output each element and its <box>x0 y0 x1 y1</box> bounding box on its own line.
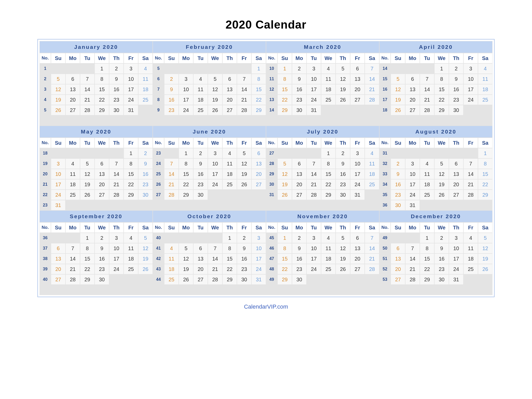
day-cell: 1 <box>124 148 138 158</box>
day-cell: 31 <box>51 200 65 210</box>
day-cell: 29 <box>179 190 193 200</box>
day-cell: 25 <box>65 190 80 200</box>
day-cell: 19 <box>336 84 350 95</box>
empty-cell <box>478 115 493 126</box>
empty-cell <box>251 200 266 210</box>
dow-header: Th <box>109 53 124 63</box>
day-cell: 20 <box>350 254 365 264</box>
dow-header: Tu <box>80 138 95 148</box>
empty-cell <box>321 274 336 285</box>
empty-cell <box>208 115 222 126</box>
empty-cell <box>391 233 405 243</box>
month: December 2020No.SuMoTuWeThFrSa4912345506… <box>379 210 493 295</box>
empty-cell <box>179 63 193 74</box>
day-cell: 13 <box>449 169 463 179</box>
day-cell: 16 <box>449 84 463 95</box>
day-cell: 10 <box>307 74 321 84</box>
week-number: 21 <box>39 179 51 190</box>
day-cell: 22 <box>478 179 493 190</box>
day-cell: 27 <box>449 190 463 200</box>
empty-cell <box>266 115 277 126</box>
week-number: 14 <box>266 105 277 115</box>
month-header: February 2020 <box>153 41 266 53</box>
empty-cell <box>379 115 391 126</box>
day-cell: 17 <box>251 254 266 264</box>
day-cell: 18 <box>65 179 80 190</box>
dow-header: Sa <box>478 222 493 233</box>
day-cell: 11 <box>420 169 434 179</box>
day-cell: 8 <box>277 74 292 84</box>
dow-header: Fr <box>350 138 365 148</box>
day-cell: 10 <box>208 158 222 169</box>
day-cell: 12 <box>179 254 193 264</box>
month-header: October 2020 <box>153 210 266 222</box>
day-cell: 13 <box>391 254 405 264</box>
dow-header: Th <box>109 138 124 148</box>
week-number: 34 <box>379 179 391 190</box>
empty-cell <box>80 63 95 74</box>
empty-cell <box>164 233 179 243</box>
dow-header: Tu <box>307 222 321 233</box>
day-cell: 6 <box>65 74 80 84</box>
dow-header: Mo <box>292 222 307 233</box>
day-cell: 23 <box>109 95 124 105</box>
day-cell: 14 <box>65 254 80 264</box>
day-cell: 18 <box>365 169 379 179</box>
dow-header: We <box>95 222 109 233</box>
day-cell: 20 <box>350 84 365 95</box>
dow-header: Mo <box>405 222 420 233</box>
day-cell: 14 <box>109 169 124 179</box>
day-cell: 21 <box>463 179 478 190</box>
day-cell: 29 <box>124 190 138 200</box>
empty-cell <box>193 63 208 74</box>
day-cell: 3 <box>405 158 420 169</box>
day-cell: 27 <box>51 274 65 285</box>
empty-cell <box>405 115 420 126</box>
day-cell: 1 <box>80 233 95 243</box>
day-cell: 24 <box>179 105 193 115</box>
day-cell: 24 <box>463 95 478 105</box>
weekno-header: No. <box>266 222 277 233</box>
empty-cell <box>277 115 292 126</box>
day-cell: 14 <box>365 243 379 254</box>
empty-cell <box>138 274 153 285</box>
empty-cell <box>336 115 350 126</box>
day-cell: 12 <box>138 243 153 254</box>
empty-cell <box>405 63 420 74</box>
empty-cell <box>420 200 434 210</box>
day-cell: 4 <box>164 243 179 254</box>
dow-header: Tu <box>193 53 208 63</box>
week-number: 27 <box>153 190 164 200</box>
day-cell: 1 <box>277 63 292 74</box>
empty-cell <box>124 200 138 210</box>
day-cell: 17 <box>179 95 193 105</box>
day-cell: 25 <box>463 264 478 274</box>
empty-cell <box>65 285 80 295</box>
day-cell: 5 <box>80 158 95 169</box>
day-cell: 28 <box>208 274 222 285</box>
day-cell: 8 <box>251 74 266 84</box>
day-cell: 24 <box>307 95 321 105</box>
day-cell: 25 <box>478 95 493 105</box>
day-cell: 17 <box>350 169 365 179</box>
week-number: 5 <box>39 105 51 115</box>
dow-header: Tu <box>80 53 95 63</box>
day-cell: 2 <box>292 63 307 74</box>
empty-cell <box>153 115 164 126</box>
calendar-grid: January 2020No.SuMoTuWeThFrSa11234256789… <box>39 41 493 295</box>
day-cell: 8 <box>434 74 449 84</box>
day-cell: 28 <box>405 274 420 285</box>
day-cell: 10 <box>51 169 65 179</box>
day-cell: 5 <box>478 233 493 243</box>
empty-cell <box>405 148 420 158</box>
dow-header: Sa <box>138 138 153 148</box>
day-cell: 25 <box>138 95 153 105</box>
empty-cell <box>237 200 251 210</box>
week-number: 37 <box>39 243 51 254</box>
day-cell: 14 <box>237 84 251 95</box>
empty-cell <box>109 148 124 158</box>
day-cell: 4 <box>193 74 208 84</box>
day-cell: 27 <box>65 105 80 115</box>
day-cell: 10 <box>463 74 478 84</box>
empty-cell <box>391 63 405 74</box>
